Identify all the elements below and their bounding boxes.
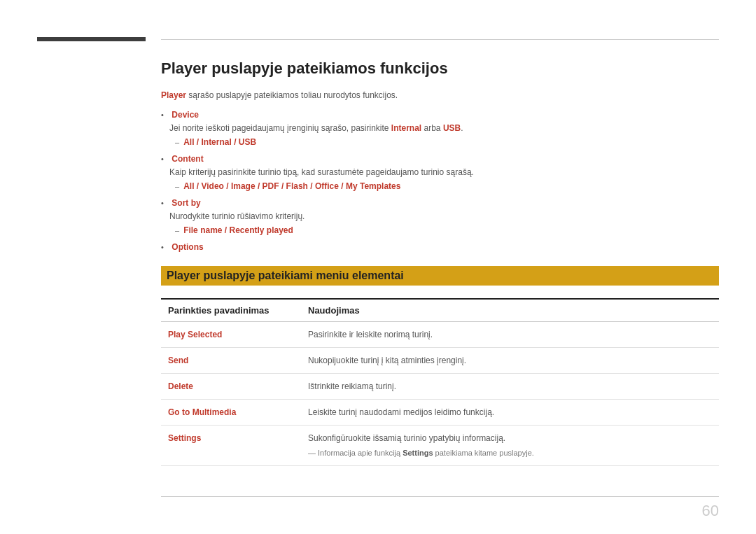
device-sub-links: All / Internal / USB bbox=[183, 137, 256, 147]
main-content: Player puslapyje pateikiamos funkcijos P… bbox=[161, 52, 719, 492]
col-parinkties: Parinkties pavadinimas bbox=[161, 299, 301, 322]
table-row: Go to Multimedia Leiskite turinį naudoda… bbox=[161, 400, 719, 426]
table-row: Play Selected Pasirinkite ir leiskite no… bbox=[161, 322, 719, 348]
table-row: Delete Ištrinkite reikiamą turinį. bbox=[161, 374, 719, 400]
table-row: Settings Sukonfigūruokite išsamią turini… bbox=[161, 426, 719, 466]
bullet-device: • Device Jei norite ieškoti pageidaujamų… bbox=[161, 110, 719, 147]
bullet-options: • Options bbox=[161, 242, 719, 252]
page-title: Player puslapyje pateikiamos funkcijos bbox=[161, 59, 719, 78]
row-usage-settings: Sukonfigūruokite išsamią turinio ypatybi… bbox=[301, 426, 719, 466]
row-name-delete: Delete bbox=[161, 374, 301, 400]
content-sub: – All / Video / Image / PDF / Flash / Of… bbox=[175, 181, 719, 191]
section2-title: Player puslapyje pateikiami meniu elemen… bbox=[167, 269, 404, 281]
row-usage-play: Pasirinkite ir leiskite norimą turinį. bbox=[301, 322, 719, 348]
device-title: Device bbox=[172, 110, 199, 120]
row-name-send: Send bbox=[161, 348, 301, 374]
content-sub-links: All / Video / Image / PDF / Flash / Offi… bbox=[183, 181, 400, 191]
sortby-title: Sort by bbox=[172, 198, 200, 208]
feature-list: • Device Jei norite ieškoti pageidaujamų… bbox=[161, 110, 719, 252]
options-title: Options bbox=[172, 242, 203, 252]
row-usage-multimedia: Leiskite turinį naudodami medijos leidim… bbox=[301, 400, 719, 426]
row-name-settings: Settings bbox=[161, 426, 301, 466]
sortby-sub: – File name / Recently played bbox=[175, 225, 719, 235]
content-desc: Kaip kriterijų pasirinkite turinio tipą,… bbox=[169, 166, 719, 178]
row-usage-send: Nukopijuokite turinį į kitą atminties įr… bbox=[301, 348, 719, 374]
section2-block: Player puslapyje pateikiami meniu elemen… bbox=[161, 266, 719, 286]
row-name-play: Play Selected bbox=[161, 322, 301, 348]
device-desc: Jei norite ieškoti pageidaujamų įrengini… bbox=[169, 122, 719, 134]
row-name-multimedia: Go to Multimedia bbox=[161, 400, 301, 426]
intro-paragraph: Player sąrašo puslapyje pateikiamos toli… bbox=[161, 90, 719, 100]
top-divider bbox=[161, 39, 719, 40]
bullet-content: • Content Kaip kriterijų pasirinkite tur… bbox=[161, 154, 719, 191]
col-naudojimas: Naudojimas bbox=[301, 299, 719, 322]
page-number: 60 bbox=[702, 502, 719, 520]
menu-table: Parinkties pavadinimas Naudojimas Play S… bbox=[161, 298, 719, 466]
table-row: Send Nukopijuokite turinį į kitą atminti… bbox=[161, 348, 719, 374]
content-title: Content bbox=[172, 154, 203, 164]
sortby-desc: Nurodykite turinio rūšiavimo kriterijų. bbox=[169, 210, 719, 223]
device-sub: – All / Internal / USB bbox=[175, 137, 719, 147]
sortby-sub-links: File name / Recently played bbox=[183, 225, 293, 235]
sidebar-accent bbox=[37, 37, 146, 41]
intro-text-suffix: sąrašo puslapyje pateikiamos toliau nuro… bbox=[186, 90, 398, 100]
table-header-row: Parinkties pavadinimas Naudojimas bbox=[161, 299, 719, 322]
settings-note: ― Informacija apie funkciją Settings pat… bbox=[308, 447, 712, 459]
row-usage-delete: Ištrinkite reikiamą turinį. bbox=[301, 374, 719, 400]
bullet-sortby: • Sort by Nurodykite turinio rūšiavimo k… bbox=[161, 198, 719, 235]
intro-player-bold: Player bbox=[161, 90, 186, 100]
bottom-divider bbox=[161, 496, 719, 497]
